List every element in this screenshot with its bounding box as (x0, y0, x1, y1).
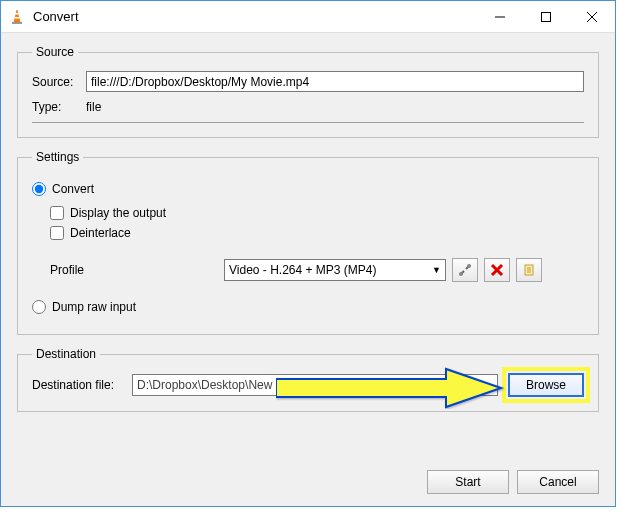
minimize-button[interactable] (477, 1, 523, 32)
type-value: file (86, 98, 584, 116)
settings-legend: Settings (32, 150, 83, 164)
destination-group: Destination Destination file: Browse (17, 347, 599, 412)
source-legend: Source (32, 45, 78, 59)
maximize-icon (541, 12, 551, 22)
deinterlace-row[interactable]: Deinterlace (50, 226, 584, 240)
source-label: Source: (32, 75, 86, 89)
document-icon (522, 263, 536, 277)
start-button[interactable]: Start (427, 470, 509, 494)
svg-rect-5 (542, 12, 551, 21)
display-output-label: Display the output (70, 206, 166, 220)
svg-point-8 (467, 264, 471, 268)
dump-radio-row[interactable]: Dump raw input (32, 300, 584, 314)
window-title: Convert (33, 9, 477, 24)
edit-profile-button[interactable] (452, 258, 478, 282)
display-output-row[interactable]: Display the output (50, 206, 584, 220)
dialog-buttons: Start Cancel (1, 464, 615, 506)
deinterlace-checkbox[interactable] (50, 226, 64, 240)
delete-x-icon (490, 263, 504, 277)
vlc-cone-icon (9, 9, 25, 25)
minimize-icon (495, 12, 505, 22)
cancel-button[interactable]: Cancel (517, 470, 599, 494)
destination-file-label: Destination file: (32, 378, 132, 392)
chevron-down-icon: ▼ (432, 265, 441, 275)
settings-group: Settings Convert Display the output Dein… (17, 150, 599, 335)
display-output-checkbox[interactable] (50, 206, 64, 220)
dialog-content: Source Source: Type: file Settings Conve… (1, 33, 615, 464)
svg-rect-1 (15, 13, 19, 15)
destination-legend: Destination (32, 347, 100, 361)
close-icon (587, 12, 597, 22)
source-group: Source Source: Type: file (17, 45, 599, 138)
maximize-button[interactable] (523, 1, 569, 32)
dump-radio-label: Dump raw input (52, 300, 136, 314)
profile-select[interactable]: Video - H.264 + MP3 (MP4) ▼ (224, 259, 446, 281)
titlebar: Convert (1, 1, 615, 33)
source-input[interactable] (86, 71, 584, 92)
close-button[interactable] (569, 1, 615, 32)
wrench-icon (458, 263, 472, 277)
profile-label: Profile (50, 263, 224, 277)
svg-marker-0 (14, 10, 20, 22)
type-label: Type: (32, 100, 86, 114)
convert-radio-label: Convert (52, 182, 94, 196)
svg-point-9 (459, 272, 463, 276)
convert-radio-row[interactable]: Convert (32, 182, 584, 196)
profile-selected: Video - H.264 + MP3 (MP4) (229, 263, 432, 277)
browse-button[interactable]: Browse (508, 373, 584, 397)
new-profile-button[interactable] (516, 258, 542, 282)
destination-file-input[interactable] (132, 374, 498, 396)
delete-profile-button[interactable] (484, 258, 510, 282)
deinterlace-label: Deinterlace (70, 226, 131, 240)
svg-rect-3 (12, 22, 22, 24)
svg-rect-2 (15, 17, 20, 19)
convert-dialog: Convert Source Source: Type: file (0, 0, 616, 507)
convert-radio[interactable] (32, 182, 46, 196)
window-controls (477, 1, 615, 32)
dump-radio[interactable] (32, 300, 46, 314)
